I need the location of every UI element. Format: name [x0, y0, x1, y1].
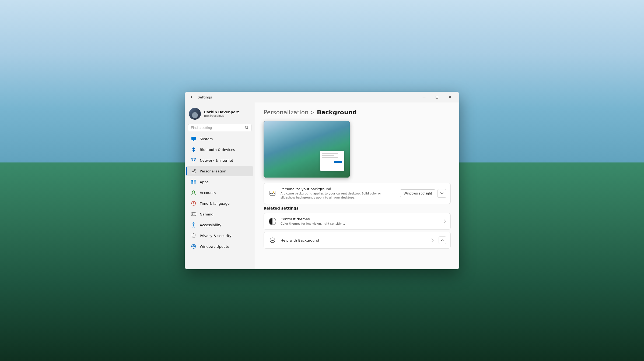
contrast-themes-title: Contrast themes — [281, 217, 440, 221]
sidebar-label-accessibility: Accessibility — [200, 223, 221, 227]
background-setting-row: Personalize your background A picture ba… — [264, 183, 450, 204]
breadcrumb: Personalization > Background — [264, 109, 451, 116]
related-settings-title: Related settings — [264, 206, 451, 210]
sidebar-item-time[interactable]: Time & language — [186, 198, 253, 208]
svg-rect-15 — [270, 191, 275, 195]
help-background-row: Help with Background — [264, 232, 450, 248]
apps-icon — [191, 179, 197, 185]
sidebar-item-network[interactable]: Network & internet — [186, 155, 253, 165]
privacy-icon — [191, 233, 197, 239]
svg-point-11 — [194, 214, 195, 214]
sidebar-item-gaming[interactable]: Gaming — [186, 209, 253, 219]
background-setting-desc: A picture background applies to your cur… — [281, 192, 396, 200]
desktop-preview-image — [264, 121, 350, 178]
sidebar-label-update: Windows Update — [200, 245, 229, 249]
background-setting-text: Personalize your background A picture ba… — [281, 187, 396, 200]
sidebar-item-apps[interactable]: Apps — [186, 177, 253, 187]
help-background-text: Help with Background — [281, 238, 428, 242]
titlebar: Settings — □ ✕ — [185, 92, 459, 102]
sidebar-label-personalization: Personalization — [200, 169, 226, 173]
sidebar-item-update[interactable]: Windows Update — [186, 241, 253, 252]
preview-dialog — [320, 151, 344, 171]
contrast-themes-chevron — [444, 220, 446, 223]
sidebar-item-accessibility[interactable]: Accessibility — [186, 220, 253, 230]
breadcrumb-parent[interactable]: Personalization — [264, 109, 309, 116]
user-email: me@corbin.io — [204, 114, 239, 118]
sidebar-label-privacy: Privacy & security — [200, 234, 231, 238]
sidebar-item-system[interactable]: System — [186, 134, 253, 144]
contrast-themes-icon — [268, 217, 277, 226]
search-box[interactable] — [188, 124, 251, 131]
preview-line-2 — [322, 155, 334, 156]
help-icon — [268, 236, 277, 245]
sidebar-label-network: Network & internet — [200, 158, 233, 162]
content-area: Personalization > Background — [255, 102, 459, 269]
background-preview — [264, 121, 451, 178]
sidebar-label-bluetooth: Bluetooth & devices — [200, 148, 235, 152]
svg-point-18 — [271, 240, 272, 241]
search-input[interactable] — [191, 126, 243, 130]
sidebar-item-privacy[interactable]: Privacy & security — [186, 231, 253, 241]
contrast-themes-desc: Color themes for low vision, light sensi… — [281, 222, 440, 226]
svg-point-12 — [194, 213, 194, 214]
user-profile[interactable]: Corbin Davenport me@corbin.io — [185, 105, 255, 124]
svg-point-19 — [272, 240, 273, 241]
background-dropdown[interactable]: Windows spotlight — [400, 189, 435, 197]
svg-rect-3 — [192, 141, 195, 141]
minimize-button[interactable]: — — [418, 93, 430, 101]
svg-point-8 — [192, 191, 195, 193]
svg-point-16 — [273, 191, 274, 193]
preview-dialog-button — [334, 161, 342, 163]
accounts-icon — [191, 190, 197, 196]
background-setting-icon — [268, 189, 277, 198]
contrast-themes-card[interactable]: Contrast themes Color themes for low vis… — [264, 213, 451, 230]
svg-rect-7 — [194, 182, 196, 184]
sidebar-item-accounts[interactable]: Accounts — [186, 187, 253, 198]
sidebar-label-accounts: Accounts — [200, 191, 216, 195]
bluetooth-icon — [191, 147, 197, 153]
background-setting-card: Personalize your background A picture ba… — [264, 183, 451, 204]
titlebar-title: Settings — [198, 95, 212, 99]
back-button[interactable] — [188, 93, 195, 101]
help-collapse-btn[interactable] — [439, 236, 446, 244]
close-button[interactable]: ✕ — [444, 93, 456, 101]
preview-line-3 — [322, 157, 338, 158]
sidebar-item-personalization[interactable]: Personalization — [186, 166, 253, 176]
svg-rect-4 — [191, 180, 193, 182]
preview-line-1 — [322, 153, 338, 154]
window-body: Corbin Davenport me@corbin.io — [185, 102, 459, 269]
avatar — [189, 108, 201, 120]
svg-rect-2 — [193, 140, 194, 141]
contrast-themes-text: Contrast themes Color themes for low vis… — [281, 217, 440, 226]
window-controls: — □ ✕ — [418, 93, 456, 101]
search-icon — [245, 126, 248, 129]
breadcrumb-separator: > — [311, 109, 315, 115]
help-background-card[interactable]: Help with Background — [264, 232, 451, 249]
background-setting-title: Personalize your background — [281, 187, 396, 191]
svg-rect-5 — [194, 180, 196, 182]
network-icon — [191, 157, 197, 163]
user-info: Corbin Davenport me@corbin.io — [204, 110, 239, 118]
contrast-themes-row: Contrast themes Color themes for low vis… — [264, 213, 450, 229]
system-icon — [191, 136, 197, 142]
breadcrumb-current: Background — [317, 109, 357, 116]
sidebar-label-gaming: Gaming — [200, 212, 214, 216]
sidebar-label-time: Time & language — [200, 201, 230, 206]
svg-point-13 — [193, 222, 194, 224]
maximize-button[interactable]: □ — [431, 93, 443, 101]
update-icon — [191, 243, 197, 249]
sidebar-label-system: System — [200, 137, 213, 141]
background-setting-control: Windows spotlight — [400, 189, 446, 198]
svg-point-20 — [273, 240, 274, 241]
help-background-chevron — [432, 238, 434, 242]
time-icon — [191, 200, 197, 206]
settings-window: Settings — □ ✕ Corbin Davenport me@corbi… — [185, 92, 459, 269]
gaming-icon — [191, 211, 197, 217]
personalization-icon — [191, 168, 197, 174]
svg-rect-6 — [191, 182, 193, 184]
sidebar: Corbin Davenport me@corbin.io — [185, 102, 255, 269]
help-background-title: Help with Background — [281, 238, 428, 242]
sidebar-item-bluetooth[interactable]: Bluetooth & devices — [186, 144, 253, 155]
background-dropdown-arrow[interactable] — [438, 189, 446, 198]
accessibility-icon — [191, 222, 197, 228]
